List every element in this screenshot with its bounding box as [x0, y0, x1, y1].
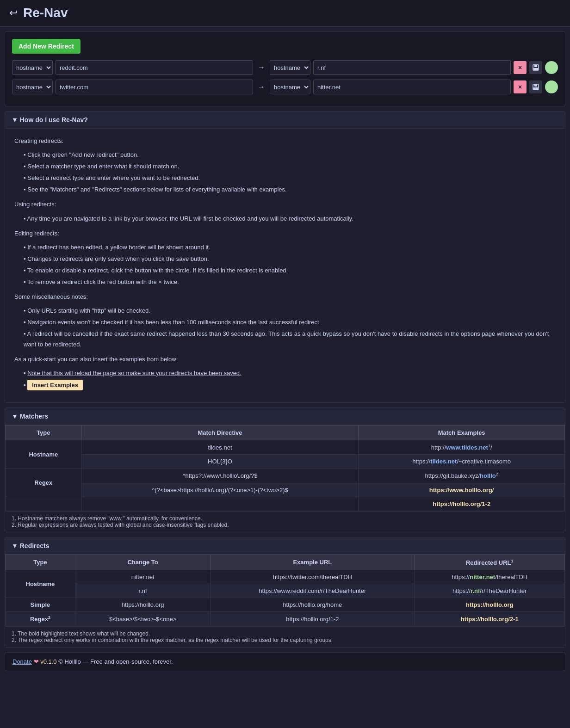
example-link: www.tildes.net [446, 444, 488, 451]
reload-note: Note that this will reload the page so m… [27, 370, 241, 376]
cell-empty-2 [81, 497, 359, 511]
list-item: Select a matcher type and enter what it … [24, 161, 556, 172]
cell-change-to-2: r.nf [75, 584, 210, 598]
table-row: https://holllo.org/1-2 [6, 497, 565, 511]
delete-button-2[interactable]: × [514, 80, 527, 93]
cell-regex-type: Regex [6, 469, 82, 497]
cell-regex-example-3: https://holllo.org/1-2 [359, 497, 565, 511]
table-row: Hostname nitter.net https://twitter.com/… [6, 570, 565, 584]
cell-change-to-3: https://holllo.org [75, 598, 210, 611]
using-redirects-list: Any time you are navigated to a link by … [24, 214, 556, 224]
list-item: Changes to redirects are only saved when… [24, 254, 556, 264]
footnote-2: 2. Regular expressions are always tested… [12, 522, 558, 528]
src-type-select-1[interactable]: hostname regex simple [12, 60, 53, 75]
cell-redirected-4: https://holllo.org/2-1 [415, 611, 565, 626]
cell-redirected-3: https://holllo.org [415, 598, 565, 611]
footnote-1: 1. The bold highlighted text shows what … [12, 630, 558, 637]
arrow-icon: → [256, 63, 267, 72]
toggle-button-2[interactable] [545, 80, 558, 93]
cell-redirected-2: https://r.nf/r/TheDearHunter [415, 584, 565, 598]
dst-type-select-2[interactable]: hostname regex simple [270, 80, 310, 94]
col-type: Type [6, 555, 75, 570]
creating-redirects-list: Click the green "Add new redirect" butto… [24, 150, 556, 195]
col-type: Type [6, 425, 82, 440]
cell-change-to-4: $<base>/$<two>-$<one> [75, 611, 210, 626]
toggle-button-1[interactable] [545, 61, 558, 74]
using-redirects-heading: Using redirects: [14, 199, 556, 210]
example-link-yellow: https://www.holllo.org/ [429, 487, 494, 494]
col-match-examples: Match Examples [359, 425, 565, 440]
list-item: A redirect will be cancelled if the exac… [24, 329, 556, 349]
table-row: Regex2 $<base>/$<two>-$<one> https://hol… [6, 611, 565, 626]
cell-regex-directive-1: ^https?://www\.holllo\.org/?$ [81, 469, 359, 483]
redirects-section: Add New Redirect hostname regex simple →… [5, 31, 565, 106]
redirects-table-container: Type Change To Example URL Redirected UR… [5, 555, 565, 648]
redirects-table: Type Change To Example URL Redirected UR… [5, 555, 565, 627]
list-item: Click the green "Add new redirect" butto… [24, 150, 556, 160]
list-item: Navigation events won't be checked if it… [24, 317, 556, 327]
cell-redirected-1: https://nitter.net/therealTDH [415, 570, 565, 584]
redirect-row: hostname regex simple → hostname regex s… [12, 60, 558, 75]
arrow-icon: → [256, 83, 267, 91]
list-item: To enable or disable a redirect, click t… [24, 265, 556, 276]
cell-regex-type: Regex2 [6, 611, 75, 626]
cell-hostname-type: Hostname [6, 440, 82, 468]
redirect-row: hostname regex simple → hostname regex s… [12, 80, 558, 94]
dst-value-input-1[interactable] [313, 60, 511, 75]
src-type-select-2[interactable]: hostname regex simple [12, 80, 53, 94]
footer: Donate ❤ v0.1.0 © Hollllo — Free and ope… [5, 652, 565, 671]
cell-hostname-type: Hostname [6, 570, 75, 598]
src-value-input-2[interactable] [56, 80, 253, 94]
cell-hostname-directive: tildes.net [81, 440, 359, 454]
table-row: HOL{3}O https://tildes.net/~creative.tim… [6, 455, 565, 469]
cell-example-url-2: https://www.reddit.com/r/TheDearHunter [211, 584, 415, 598]
cell-regex-example-2: https://www.holllo.org/ [359, 483, 565, 497]
list-item: Only URLs starting with "http" will be c… [24, 306, 556, 316]
save-button-1[interactable] [529, 61, 542, 74]
dst-type-select-1[interactable]: hostname regex simple [270, 60, 310, 75]
cell-example-url-1: https://twitter.com/therealTDH [211, 570, 415, 584]
list-item: Note that this will reload the page so m… [24, 368, 556, 378]
dst-value-input-2[interactable] [313, 80, 511, 94]
cell-hostname-example-2: https://tildes.net/~creative.timasomo [359, 455, 565, 469]
delete-button-1[interactable]: × [514, 61, 527, 74]
svg-rect-4 [534, 84, 537, 86]
list-item: Select a redirect type and enter where y… [24, 173, 556, 183]
insert-examples-button[interactable]: Insert Examples [27, 380, 83, 390]
footnote-2: 2. The regex redirect only works in comb… [12, 637, 558, 643]
misc-heading: Some miscellaneous notes: [14, 292, 556, 302]
table-row: Simple https://holllo.org https://holllo… [6, 598, 565, 611]
list-item: Insert Examples [24, 380, 556, 390]
heart-icon: ❤ [34, 658, 39, 665]
redirects-footnotes: 1. The bold highlighted text shows what … [5, 626, 565, 647]
table-row: r.nf https://www.reddit.com/r/TheDearHun… [6, 584, 565, 598]
list-item: Any time you are navigated to a link by … [24, 214, 556, 224]
svg-rect-1 [534, 65, 537, 67]
quickstart-heading: As a quick-start you can also insert the… [14, 354, 556, 364]
misc-list: Only URLs starting with "http" will be c… [24, 306, 556, 349]
cell-example-url-4: https://holllo.org/1-2 [211, 611, 415, 626]
example-link-yellow-2: https://holllo.org/1-2 [433, 500, 490, 507]
help-section-header[interactable]: ▼ How do I use Re-Nav? [5, 111, 565, 129]
svg-rect-2 [533, 68, 538, 70]
redirects-table-header[interactable]: ▼ Redirects [5, 537, 565, 555]
col-match-directive: Match Directive [81, 425, 359, 440]
list-item: To remove a redirect click the red butto… [24, 277, 556, 287]
table-row: Hostname tildes.net http://www.tildes.ne… [6, 440, 565, 454]
cell-hostname-directive-2: HOL{3}O [81, 455, 359, 469]
back-icon: ↩ [9, 7, 18, 19]
app-title: Re-Nav [23, 6, 68, 20]
cell-change-to-1: nitter.net [75, 570, 210, 584]
matchers-section-header[interactable]: ▼ Matchers [5, 408, 565, 425]
editing-list: If a redirect has been edited, a yellow … [24, 242, 556, 287]
donate-link[interactable]: Donate [12, 658, 32, 665]
help-section: ▼ How do I use Re-Nav? Creating redirect… [5, 111, 565, 403]
matchers-table-container: Type Match Directive Match Examples Host… [5, 425, 565, 532]
help-section-body: Creating redirects: Click the green "Add… [5, 129, 565, 402]
matchers-footnotes: 1. Hostname matchers always remove "www.… [5, 511, 565, 532]
save-button-2[interactable] [529, 80, 542, 93]
footer-text: © Hollllo — Free and open-source, foreve… [58, 658, 173, 665]
app-header: ↩ Re-Nav [0, 0, 570, 27]
add-new-redirect-button[interactable]: Add New Redirect [12, 39, 81, 54]
src-value-input-1[interactable] [56, 60, 253, 75]
